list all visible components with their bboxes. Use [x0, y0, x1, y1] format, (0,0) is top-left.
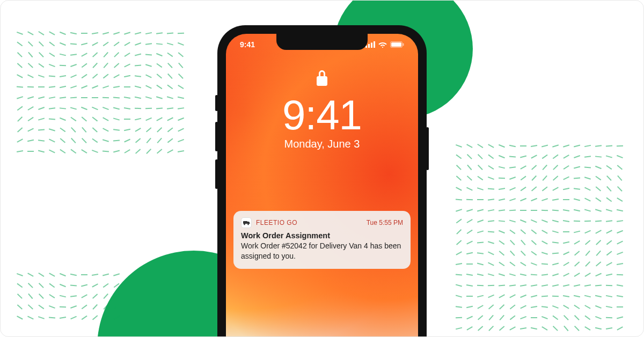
- wifi-icon: [378, 41, 387, 48]
- notification-body: Work Order #52042 for Delivery Van 4 has…: [241, 241, 403, 261]
- svg-point-9: [247, 224, 249, 225]
- lockscreen-content: 9:41 Monday, June 3: [226, 70, 418, 150]
- decorative-dash-grid: [17, 274, 122, 326]
- notification-title: Work Order Assignment: [241, 231, 403, 240]
- svg-rect-2: [371, 43, 372, 48]
- status-right: [365, 40, 404, 49]
- svg-rect-3: [374, 41, 375, 48]
- notification-timestamp: Tue 5:55 PM: [367, 219, 403, 226]
- battery-icon: [390, 41, 404, 48]
- decorative-dash-grid: [456, 145, 627, 336]
- svg-rect-6: [403, 43, 404, 46]
- status-time: 9:41: [240, 40, 255, 49]
- lockscreen-time: 9:41: [282, 94, 362, 136]
- svg-rect-7: [243, 221, 247, 224]
- phone-side-button: [215, 95, 218, 111]
- phone-side-button: [215, 122, 218, 151]
- marketing-canvas: 9:41 9:41 Monday,: [0, 0, 644, 337]
- phone-notch: [276, 34, 368, 50]
- notification-header: FLEETIO GO Tue 5:55 PM: [241, 217, 403, 228]
- decorative-dash-grid: [17, 33, 186, 159]
- phone-screen: 9:41 9:41 Monday,: [226, 34, 418, 337]
- notification-card[interactable]: FLEETIO GO Tue 5:55 PM Work Order Assign…: [233, 211, 411, 269]
- lockscreen-date: Monday, June 3: [284, 138, 360, 150]
- phone-side-button: [215, 159, 218, 189]
- svg-rect-5: [391, 42, 401, 47]
- svg-point-8: [244, 224, 245, 225]
- phone-side-button: [426, 127, 429, 170]
- app-icon: [241, 217, 252, 228]
- svg-rect-1: [368, 44, 370, 48]
- notification-app-name: FLEETIO GO: [256, 219, 297, 226]
- phone-mockup: 9:41 9:41 Monday,: [217, 25, 427, 337]
- lock-icon: [316, 70, 328, 89]
